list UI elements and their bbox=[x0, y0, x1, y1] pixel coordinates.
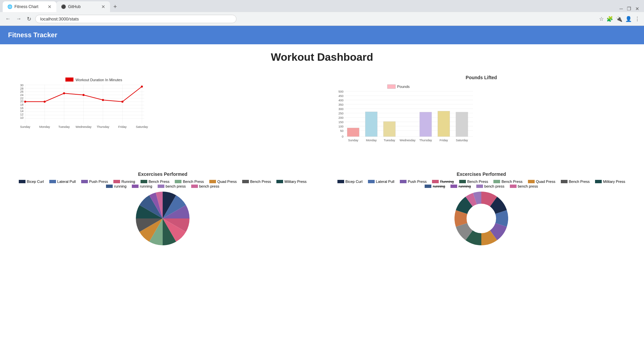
legend-item-push: Push Press bbox=[81, 180, 108, 184]
svg-text:Saturday: Saturday bbox=[136, 125, 148, 129]
tab-label-2: GitHub bbox=[68, 4, 80, 9]
legend2-swatch-push bbox=[400, 180, 407, 183]
svg-text:200: 200 bbox=[338, 116, 343, 119]
reload-button[interactable]: ↻ bbox=[25, 14, 33, 23]
legend-swatch-quad bbox=[209, 180, 216, 183]
datapoint-0 bbox=[24, 101, 26, 103]
legend2-swatch-military bbox=[595, 180, 602, 183]
new-tab-button[interactable]: + bbox=[110, 2, 120, 12]
bookmark-button[interactable]: ☆ bbox=[599, 16, 604, 22]
svg-text:Thursday: Thursday bbox=[419, 139, 432, 142]
svg-text:250: 250 bbox=[338, 112, 343, 115]
legend2-label-push: Push Press bbox=[408, 180, 427, 184]
extension-button-2[interactable]: 🔌 bbox=[616, 16, 623, 22]
legend-item-running2: running bbox=[106, 184, 126, 188]
legend-item-bench1: Bench Press bbox=[141, 180, 169, 184]
legend2-swatch-running2 bbox=[425, 185, 431, 188]
legend-item-military: Military Press bbox=[276, 180, 307, 184]
legend-label-running: Running bbox=[121, 180, 135, 184]
menu-button[interactable]: ⋮ bbox=[635, 16, 640, 22]
legend2-item-bench-lower2: bench press bbox=[510, 184, 538, 188]
svg-text:Saturday: Saturday bbox=[456, 139, 468, 142]
legend2-label-running: Running bbox=[440, 180, 454, 184]
legend2-label-lateral: Lateral Pull bbox=[376, 180, 394, 184]
tab-fitness-chart[interactable]: 🌐 Fitness Chart ✕ bbox=[3, 1, 56, 12]
svg-text:0: 0 bbox=[342, 135, 343, 138]
legend-label-running2: running bbox=[114, 184, 126, 188]
svg-text:400: 400 bbox=[338, 99, 343, 102]
forward-button[interactable]: → bbox=[15, 14, 23, 23]
tab-label-1: Fitness Chart bbox=[14, 4, 38, 9]
legend-swatch-running3 bbox=[132, 185, 139, 188]
svg-text:Wednesday: Wednesday bbox=[75, 125, 92, 129]
app-content: Workout Dashboard Workout Duration In Mi… bbox=[0, 44, 644, 255]
line-legend-swatch bbox=[65, 78, 73, 82]
legend2-swatch-bench-lower2 bbox=[510, 185, 517, 188]
browser-chrome: 🌐 Fitness Chart ✕ ⚫ GitHub ✕ + ─ ❐ ✕ ← →… bbox=[0, 0, 644, 26]
datapoint-2 bbox=[63, 92, 65, 94]
legend-swatch-lateral bbox=[49, 180, 56, 183]
legend2-item-push: Push Press bbox=[400, 180, 427, 184]
tab-github[interactable]: ⚫ GitHub ✕ bbox=[56, 1, 110, 12]
tab-close-2[interactable]: ✕ bbox=[101, 4, 105, 9]
extension-button-1[interactable]: 🧩 bbox=[606, 16, 613, 22]
legend-label-running3: running bbox=[140, 184, 152, 188]
svg-text:150: 150 bbox=[338, 120, 343, 124]
x-axis-labels: Sunday Monday Tuesday Wednesday Thursday… bbox=[20, 125, 148, 129]
legend2-label-bench-lower2: bench press bbox=[518, 184, 538, 188]
tab-bar: 🌐 Fitness Chart ✕ ⚫ GitHub ✕ + ─ ❐ ✕ bbox=[0, 0, 644, 12]
bar-sunday bbox=[347, 128, 359, 137]
svg-text:450: 450 bbox=[338, 94, 343, 98]
datapoint-3 bbox=[83, 94, 85, 96]
close-button[interactable]: ✕ bbox=[633, 5, 641, 12]
donut-chart-svg bbox=[454, 192, 508, 245]
app-header: Fitness Tracker bbox=[0, 26, 644, 44]
svg-text:20: 20 bbox=[20, 100, 23, 103]
legend-item-running3: running bbox=[132, 184, 152, 188]
pie-chart-1-svg bbox=[136, 192, 190, 245]
legend2-swatch-quad bbox=[528, 180, 535, 183]
legend-label-bicep: Bicep Curl bbox=[27, 180, 44, 184]
svg-text:18: 18 bbox=[20, 103, 23, 106]
legend2-swatch-bench2 bbox=[493, 180, 500, 183]
legend2-label-bicep: Bicep Curl bbox=[345, 180, 363, 184]
svg-text:Tuesday: Tuesday bbox=[384, 139, 395, 142]
datapoint-4 bbox=[102, 99, 104, 101]
legend-label-military: Military Press bbox=[284, 180, 307, 184]
svg-text:Monday: Monday bbox=[366, 139, 377, 142]
back-button[interactable]: ← bbox=[4, 14, 12, 23]
pie-charts-row: Excercises Performed Bicep Curl Lateral … bbox=[7, 168, 637, 249]
legend-swatch-bicep bbox=[19, 180, 25, 183]
address-input[interactable] bbox=[35, 15, 236, 23]
pie-chart-2-title: Excercises Performed bbox=[329, 171, 634, 177]
minimize-button[interactable]: ─ bbox=[618, 5, 625, 12]
legend-item-quad: Quad Press bbox=[209, 180, 237, 184]
tab-favicon: 🌐 bbox=[7, 4, 12, 9]
svg-text:Sunday: Sunday bbox=[348, 139, 359, 142]
bar-chart-container: Pounds Lifted Pounds 500 450 400 350 300… bbox=[325, 71, 637, 158]
bar-chart-title: Pounds Lifted bbox=[329, 75, 634, 80]
svg-text:Sunday: Sunday bbox=[20, 125, 31, 129]
bar-tuesday bbox=[383, 121, 395, 137]
address-bar: ← → ↻ ☆ 🧩 🔌 👤 ⋮ bbox=[0, 12, 644, 26]
legend-item-bench3: Bench Press bbox=[242, 180, 271, 184]
bar-legend-swatch bbox=[387, 85, 395, 89]
browser-actions: ☆ 🧩 🔌 👤 ⋮ bbox=[599, 16, 640, 22]
profile-button[interactable]: 👤 bbox=[625, 16, 632, 22]
svg-text:30: 30 bbox=[20, 84, 23, 87]
legend2-item-lateral: Lateral Pull bbox=[368, 180, 394, 184]
legend-item-running: Running bbox=[113, 180, 135, 184]
tab-close-1[interactable]: ✕ bbox=[48, 4, 52, 9]
legend2-label-quad: Quad Press bbox=[536, 180, 555, 184]
bar-thursday bbox=[420, 112, 432, 137]
legend-item-bench-lower2: bench press bbox=[191, 184, 219, 188]
legend2-swatch-running3 bbox=[450, 185, 457, 188]
legend2-swatch-bench-lower1 bbox=[476, 185, 483, 188]
legend2-swatch-bench3 bbox=[561, 180, 568, 183]
svg-text:26: 26 bbox=[20, 90, 23, 93]
legend2-item-bench3: Bench Press bbox=[561, 180, 590, 184]
bar-y-axis: 500 450 400 350 300 250 200 150 100 50 0 bbox=[338, 90, 343, 138]
bar-chart-svg: Pounds 500 450 400 350 300 250 200 150 1… bbox=[329, 83, 476, 153]
maximize-button[interactable]: ❐ bbox=[625, 5, 633, 12]
legend-item-lateral: Lateral Pull bbox=[49, 180, 76, 184]
